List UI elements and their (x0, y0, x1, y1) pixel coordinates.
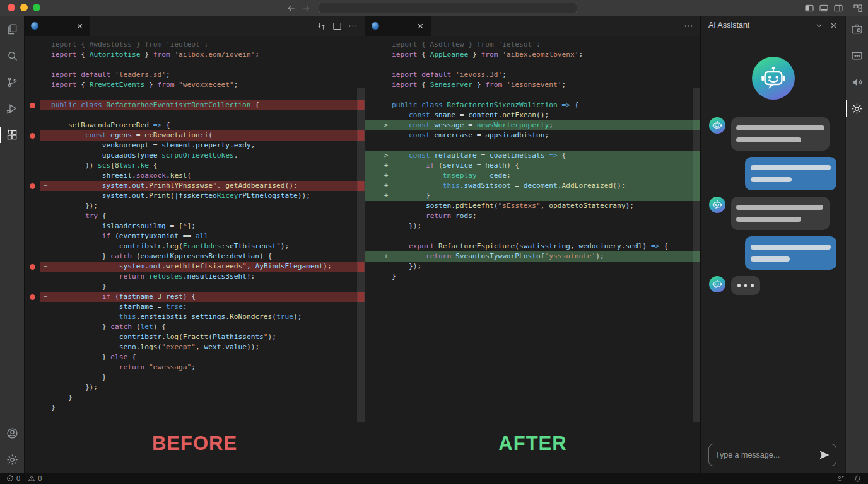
warnings-icon[interactable] (28, 475, 35, 482)
breakpoint-gutter[interactable] (25, 50, 40, 60)
close-window-button[interactable] (8, 4, 15, 11)
activity-account[interactable] (0, 420, 24, 446)
activity-search[interactable] (0, 42, 24, 69)
tab-before[interactable] (25, 16, 90, 36)
split-icon[interactable] (332, 21, 343, 32)
activity-right-card[interactable] (846, 42, 868, 69)
breakpoint-gutter[interactable] (365, 50, 380, 60)
breakpoint-gutter[interactable] (25, 130, 40, 141)
breakpoint-icon[interactable] (30, 264, 35, 270)
breakpoint-gutter[interactable] (25, 241, 40, 251)
breakpoint-gutter[interactable] (25, 262, 40, 272)
breakpoint-gutter[interactable] (25, 383, 40, 393)
breakpoint-gutter[interactable] (25, 221, 40, 231)
tab-close-icon[interactable] (416, 22, 425, 30)
breakpoint-gutter[interactable] (365, 181, 380, 191)
breakpoint-gutter[interactable] (25, 60, 40, 70)
more-icon[interactable] (348, 21, 358, 32)
layout-sidebar-left-icon[interactable] (804, 3, 814, 13)
zoom-window-button[interactable] (33, 4, 40, 11)
breakpoint-icon[interactable] (30, 183, 35, 189)
breakpoint-gutter[interactable] (25, 342, 40, 352)
activity-explorer[interactable] (0, 16, 24, 42)
breakpoint-gutter[interactable] (25, 171, 40, 181)
breakpoint-icon[interactable] (30, 294, 35, 300)
breakpoint-gutter[interactable] (25, 372, 40, 383)
breakpoint-gutter[interactable] (25, 362, 40, 372)
breakpoint-gutter[interactable] (25, 393, 40, 403)
breakpoint-gutter[interactable] (365, 90, 380, 100)
breakpoint-icon[interactable] (30, 103, 35, 108)
send-icon[interactable] (818, 449, 831, 461)
editor-before[interactable]: ieport { Awdestotss } from 'ieoteot';iep… (25, 36, 365, 473)
breakpoint-gutter[interactable] (365, 110, 380, 120)
breakpoint-gutter[interactable] (365, 161, 380, 171)
command-search-input[interactable] (319, 3, 577, 13)
breakpoint-gutter[interactable] (25, 352, 40, 362)
breakpoint-gutter[interactable] (25, 40, 40, 50)
breakpoint-gutter[interactable] (365, 80, 380, 90)
breakpoint-gutter[interactable] (25, 141, 40, 151)
bell-icon[interactable] (853, 475, 862, 483)
layout-panel-icon[interactable] (819, 3, 829, 13)
errors-icon[interactable] (6, 475, 14, 482)
breakpoint-gutter[interactable] (365, 151, 380, 161)
back-icon[interactable] (286, 3, 296, 13)
breakpoint-gutter[interactable] (25, 322, 40, 332)
activity-run-debug[interactable] (0, 95, 24, 122)
breakpoint-gutter[interactable] (25, 251, 40, 262)
breakpoint-gutter[interactable] (25, 201, 40, 211)
breakpoint-gutter[interactable] (25, 90, 40, 100)
breakpoint-gutter[interactable] (365, 231, 380, 241)
breakpoint-gutter[interactable] (365, 251, 380, 262)
breakpoint-gutter[interactable] (25, 302, 40, 312)
breakpoint-gutter[interactable] (365, 100, 380, 110)
breakpoint-gutter[interactable] (25, 161, 40, 171)
breakpoint-gutter[interactable] (25, 272, 40, 282)
close-icon[interactable] (830, 21, 838, 30)
breakpoint-gutter[interactable] (25, 292, 40, 302)
chevron-down-icon[interactable] (815, 21, 823, 30)
layout-sidebar-right-icon[interactable] (833, 3, 843, 13)
breakpoint-gutter[interactable] (365, 221, 380, 231)
breakpoint-gutter[interactable] (25, 312, 40, 322)
breakpoint-gutter[interactable] (365, 272, 380, 282)
breakpoint-gutter[interactable] (365, 171, 380, 181)
breakpoint-gutter[interactable] (365, 130, 380, 141)
breakpoint-gutter[interactable] (25, 151, 40, 161)
breakpoint-gutter[interactable] (25, 100, 40, 110)
activity-right-gear[interactable] (846, 95, 868, 122)
compare-icon[interactable] (316, 21, 327, 32)
breakpoint-gutter[interactable] (25, 231, 40, 241)
breakpoint-gutter[interactable] (25, 282, 40, 292)
activity-source-control[interactable] (0, 69, 24, 95)
breakpoint-gutter[interactable] (25, 332, 40, 342)
breakpoint-gutter[interactable] (365, 191, 380, 201)
tab-close-icon[interactable] (76, 22, 84, 30)
activity-right-speaker[interactable] (846, 69, 868, 95)
breakpoint-gutter[interactable] (25, 80, 40, 90)
activity-right-folder-search[interactable] (846, 16, 868, 42)
breakpoint-gutter[interactable] (365, 201, 380, 211)
breakpoint-gutter[interactable] (25, 403, 40, 413)
breakpoint-gutter[interactable] (365, 120, 380, 130)
breakpoint-gutter[interactable] (25, 120, 40, 130)
breakpoint-gutter[interactable] (365, 40, 380, 50)
breakpoint-gutter[interactable] (365, 241, 380, 251)
breakpoint-gutter[interactable] (25, 70, 40, 80)
feedback-icon[interactable] (836, 475, 845, 483)
breakpoint-gutter[interactable] (365, 70, 380, 80)
tab-after[interactable] (365, 16, 431, 36)
minimize-window-button[interactable] (20, 4, 28, 11)
more-icon[interactable] (683, 21, 694, 32)
breakpoint-gutter[interactable] (25, 211, 40, 221)
breakpoint-gutter[interactable] (365, 211, 380, 221)
breakpoint-gutter[interactable] (25, 110, 40, 120)
breakpoint-gutter[interactable] (365, 262, 380, 272)
breakpoint-gutter[interactable] (365, 141, 380, 151)
breakpoint-gutter[interactable] (25, 191, 40, 201)
editor-after[interactable]: ieport { Asdlrtew } from 'ietesot';iepor… (365, 36, 700, 473)
activity-extensions[interactable] (0, 122, 24, 148)
forward-icon[interactable] (301, 3, 311, 13)
message-input[interactable] (715, 451, 818, 459)
